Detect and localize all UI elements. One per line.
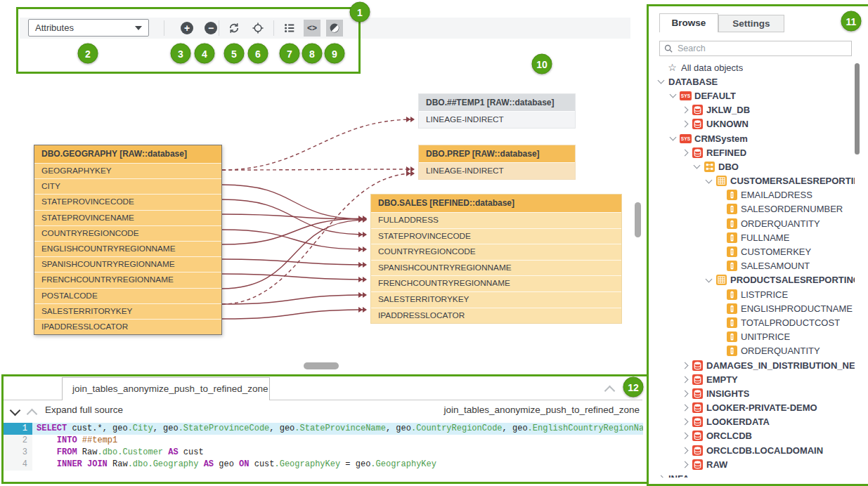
tab-browse[interactable]: Browse (659, 13, 718, 32)
step-up-icon[interactable] (27, 409, 38, 420)
expand-full-source-link[interactable]: Expand full source (45, 405, 123, 415)
tree-item-fullname[interactable]: FULLNAME (655, 230, 855, 244)
node-attribute-row[interactable]: STATEPROVINCECODE (34, 194, 221, 209)
tree-item-customerkey[interactable]: CUSTOMERKEY (655, 244, 855, 258)
chevron-right-icon[interactable] (682, 461, 689, 468)
chevron-down-icon[interactable] (670, 134, 677, 141)
code-icon: <> (307, 23, 317, 33)
node-attribute-row[interactable]: ENGLISHCOUNTRYREGIONNAME (34, 241, 221, 256)
tree-item-label: EMPTY (706, 374, 738, 385)
tree-item-customersalesreporting[interactable]: CUSTOMERSALESREPORTING (655, 174, 855, 188)
tree-item-productsalesreporting[interactable]: PRODUCTSALESREPORTING (655, 273, 855, 287)
chevron-down-icon[interactable] (670, 91, 677, 98)
tree-item-uknown[interactable]: UKNOWN (655, 117, 855, 131)
lineage-node-temp1[interactable]: DBO.##TEMP1 [RAW::database]LINEAGE-INDIR… (418, 93, 576, 129)
tree-item-refined[interactable]: REFINED (655, 145, 855, 159)
tree-item-raw[interactable]: RAW (655, 457, 855, 471)
zoom-in-button[interactable]: + (181, 22, 193, 34)
lineage-node-sales[interactable]: DBO.SALES [REFINED::database]FULLADDRESS… (370, 194, 622, 324)
tree-item-database[interactable]: DATABASE (655, 74, 855, 88)
tree-item-label: UNITPRICE (741, 331, 790, 342)
tree-item-englishproductname[interactable]: ENGLISHPRODUCTNAME (655, 301, 855, 315)
tree-item-all-data-objects[interactable]: ☆All data objects (655, 60, 855, 74)
step-down-icon[interactable] (10, 405, 21, 416)
node-attribute-row[interactable]: SALESTERRITORYKEY (34, 303, 221, 319)
chevron-right-icon[interactable] (682, 376, 689, 383)
node-attribute-row[interactable]: STATEPROVINCECODE (371, 228, 621, 244)
tree-item-dbo[interactable]: DBO (655, 159, 855, 173)
tree-item-default[interactable]: SYSDEFAULT (655, 88, 855, 103)
node-attribute-row[interactable]: SALESTERRITORYKEY (371, 291, 621, 308)
annotation-badge-11: 11 (841, 11, 862, 32)
chevron-right-icon[interactable] (682, 419, 689, 426)
lineage-node-geography[interactable]: DBO.GEOGRAPHY [RAW::database]GEOGRAPHYKE… (34, 145, 222, 335)
chevron-right-icon[interactable] (682, 121, 689, 128)
chevron-right-icon[interactable] (682, 405, 689, 412)
tree-item-salesordernumber[interactable]: SALESORDERNUMBER (655, 202, 855, 216)
tree-item-jklw-db[interactable]: JKLW_DB (655, 103, 855, 117)
chevron-right-icon[interactable] (682, 447, 689, 454)
contrast-button[interactable] (326, 20, 343, 37)
column-icon (727, 261, 737, 271)
node-attribute-row[interactable]: LINEAGE-INDIRECT (419, 162, 575, 179)
sidebar-scrollbar[interactable] (855, 63, 860, 155)
tree-item-orclcdb[interactable]: ORCLCDB (655, 429, 855, 443)
canvas-horizontal-scrollbar[interactable] (304, 362, 339, 369)
chevron-right-icon[interactable] (682, 362, 689, 369)
code-line-2: 2 INTO ##temp1 (4, 435, 643, 447)
canvas-vertical-scrollbar[interactable] (635, 202, 641, 237)
node-attribute-row[interactable]: IPADDRESSLOCATOR (34, 319, 221, 334)
tree-item-empty[interactable]: EMPTY (655, 372, 855, 386)
tree-item-insights[interactable]: INSIGHTS (655, 386, 855, 400)
tree-item-unitprice[interactable]: UNITPRICE (655, 330, 855, 344)
node-attribute-row[interactable]: SPANISHCOUNTRYREGIONNAME (371, 260, 621, 276)
zoom-out-button[interactable]: − (205, 22, 217, 34)
tree-item-orclcdb-localdomain[interactable]: ORCLCDB.LOCALDOMAIN (655, 443, 855, 457)
chevron-down-icon[interactable] (658, 77, 665, 84)
chevron-down-icon[interactable] (706, 176, 713, 183)
chevron-down-icon[interactable] (706, 275, 713, 282)
chevron-down-icon[interactable] (694, 162, 701, 169)
tab-settings[interactable]: Settings (718, 15, 784, 32)
node-attribute-row[interactable]: SPANISHCOUNTRYREGIONNAME (34, 256, 221, 272)
column-icon (727, 218, 737, 229)
chevron-right-icon[interactable] (682, 107, 689, 114)
refresh-button[interactable] (228, 22, 240, 34)
node-attribute-row[interactable]: GEOGRAPHYKEY (34, 163, 221, 178)
database-icon (692, 431, 703, 441)
tree-item-totalproductcost[interactable]: TOTALPRODUCTCOST (655, 315, 855, 329)
tree-item-looker-private-demo[interactable]: LOOKER-PRIVATE-DEMO (655, 401, 855, 415)
node-attribute-row[interactable]: LINEAGE-INDIRECT (419, 111, 575, 128)
node-attribute-row[interactable]: STATEPROVINCENAME (34, 210, 221, 225)
node-attribute-row[interactable]: POSTALCODE (34, 288, 221, 303)
chevron-right-icon[interactable] (682, 149, 689, 156)
attributes-dropdown[interactable]: Attributes (28, 19, 149, 37)
node-attribute-row[interactable]: COUNTRYREGIONCODE (34, 225, 221, 241)
tree-item-lookerdata[interactable]: LOOKERDATA (655, 415, 855, 429)
chevron-right-icon[interactable] (682, 433, 689, 440)
tree-item-salesamount[interactable]: SALESAMOUNT (655, 259, 855, 273)
tree-item-infa[interactable]: INFA (655, 471, 855, 478)
chevron-right-icon[interactable] (682, 390, 689, 397)
lineage-edge (222, 295, 366, 304)
lineage-node-prep[interactable]: DBO.PREP [RAW::database]LINEAGE-INDIRECT (418, 145, 576, 180)
node-attribute-row[interactable]: IPADDRESSLOCATOR (371, 308, 621, 324)
collapse-panel-icon[interactable] (604, 386, 616, 397)
chevron-right-icon[interactable] (658, 475, 665, 478)
tree-item-damages-in-distribution-netw[interactable]: DAMAGES_IN_DISTRIBUTION_NETW (655, 358, 855, 372)
tree-item-emailaddress[interactable]: EMAILADDRESS (655, 188, 855, 202)
node-attribute-row[interactable]: COUNTRYREGIONCODE (371, 244, 621, 260)
node-attribute-row[interactable]: CITY (34, 178, 221, 194)
tree-item-orderquantity[interactable]: ORDERQUANTITY (655, 216, 855, 230)
node-attribute-row[interactable]: FRENCHCOUNTRYREGIONNAME (34, 272, 221, 287)
tree-item-orderquantity[interactable]: ORDERQUANTITY (655, 344, 855, 358)
source-tab[interactable]: join_tables_anonymize_push_to_refined_zo… (62, 377, 270, 400)
list-view-button[interactable] (283, 22, 296, 34)
code-view-button[interactable]: <> (304, 20, 320, 37)
search-input[interactable] (676, 43, 851, 54)
tree-item-crmsystem[interactable]: SYSCRMSystem (655, 131, 855, 145)
fit-view-button[interactable] (252, 22, 264, 34)
node-attribute-row[interactable]: FULLADDRESS (371, 212, 621, 228)
node-attribute-row[interactable]: FRENCHCOUNTRYREGIONNAME (371, 275, 621, 291)
tree-item-listprice[interactable]: LISTPRICE (655, 287, 855, 301)
